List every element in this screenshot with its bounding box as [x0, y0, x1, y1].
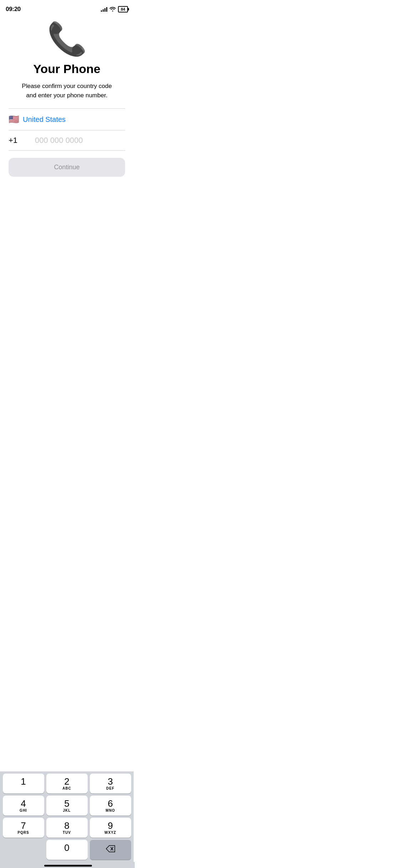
- country-code: +1: [9, 136, 26, 145]
- page-subtitle: Please confirm your country codeand ente…: [22, 82, 112, 100]
- country-name: United States: [23, 115, 66, 124]
- phone-input[interactable]: [35, 136, 133, 145]
- battery-icon: 84: [118, 6, 128, 12]
- status-bar: 09:20 84: [0, 0, 134, 16]
- country-flag: 🇺🇸: [9, 114, 19, 124]
- status-icons: 84: [101, 6, 128, 12]
- main-content: 📞 Your Phone Please confirm your country…: [0, 16, 134, 177]
- status-time: 09:20: [6, 6, 21, 13]
- continue-button[interactable]: Continue: [9, 158, 125, 177]
- phone-emoji: 📞: [47, 23, 87, 55]
- wifi-icon: [109, 6, 116, 12]
- phone-input-row: +1: [9, 130, 125, 151]
- country-selector[interactable]: 🇺🇸 United States: [9, 109, 125, 130]
- signal-icon: [101, 7, 107, 12]
- page-title: Your Phone: [33, 62, 100, 76]
